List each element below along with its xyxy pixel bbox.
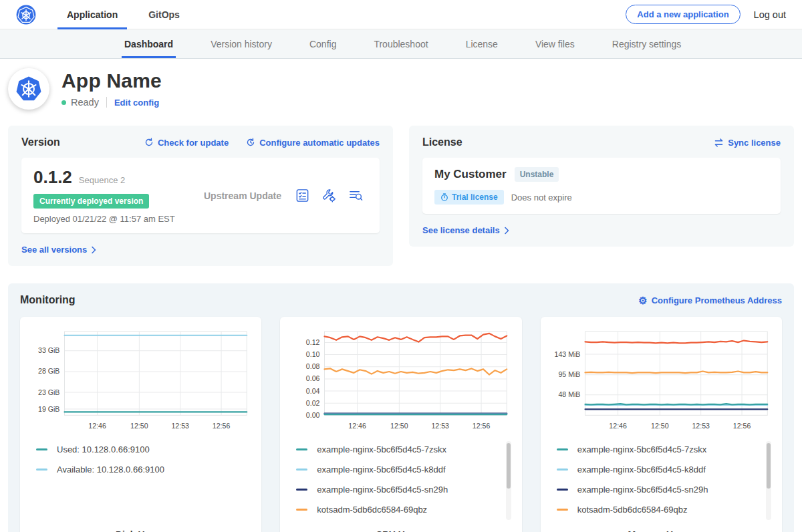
see-license-details-link[interactable]: See license details (422, 225, 510, 235)
configure-prometheus-link[interactable]: ⚙ Configure Prometheus Address (638, 295, 782, 305)
series-color-dash (557, 489, 568, 491)
series-color-dash (557, 509, 568, 511)
add-application-button[interactable]: Add a new application (626, 5, 740, 24)
legend-label: example-nginx-5bc6f5d4c5-k8ddf (317, 464, 445, 475)
customer-name: My Customer (434, 168, 507, 181)
tab-license[interactable]: License (466, 29, 498, 58)
sync-license-link[interactable]: Sync license (714, 138, 781, 148)
sync-icon (714, 138, 724, 147)
legend-scrollbar-thumb[interactable] (507, 443, 511, 489)
check-for-update-link[interactable]: Check for update (144, 138, 229, 148)
legend-label: kotsadm-5db6dc6584-69qbz (577, 505, 688, 515)
series-color-dash (296, 509, 307, 511)
svg-text:95 MiB: 95 MiB (558, 370, 580, 378)
chart-legend: example-nginx-5bc6f5d4c5-7zskxexample-ng… (289, 440, 512, 523)
chart-legend: Used: 10.128.0.66:9100Available: 10.128.… (29, 440, 252, 523)
chart-legend: example-nginx-5bc6f5d4c5-7zskxexample-ng… (550, 440, 773, 523)
license-type-badge: Trial license (434, 190, 504, 205)
nav-tab-application[interactable]: Application (57, 0, 127, 29)
tab-view-files[interactable]: View files (535, 29, 575, 58)
legend-label: Available: 10.128.0.66:9100 (57, 464, 164, 475)
svg-text:28 GiB: 28 GiB (38, 367, 59, 375)
svg-text:23 GiB: 23 GiB (38, 388, 59, 396)
legend-item: example-nginx-5bc6f5d4c5-7zskx (550, 440, 761, 460)
svg-text:0.06: 0.06 (306, 374, 320, 382)
svg-text:12:56: 12:56 (473, 422, 491, 430)
tab-registry-settings[interactable]: Registry settings (612, 29, 681, 58)
license-expiry: Does not expire (511, 192, 572, 203)
edit-config-icon[interactable] (321, 188, 337, 203)
legend-item: example-nginx-5bc6f5d4c5-k8ddf (550, 460, 761, 480)
svg-text:0.00: 0.00 (306, 411, 320, 419)
view-files-icon[interactable] (348, 188, 364, 203)
series-color-dash (296, 469, 307, 471)
legend-label: example-nginx-5bc6f5d4c5-sn29h (317, 485, 448, 495)
status-dot (61, 100, 66, 105)
legend-item: kotsadm-5db6dc6584-69qbz (550, 500, 761, 520)
legend-item: kotsadm-5db6dc6584-69qbz (289, 500, 500, 520)
chart-plot: 0.120.100.080.060.040.020.0012:4612:5012… (289, 325, 512, 433)
version-card: Version Check for update Configure au (8, 126, 393, 266)
license-card: License Sync license My Customer Unstabl… (409, 126, 794, 247)
svg-text:12:56: 12:56 (732, 422, 751, 430)
nav-tab-gitops[interactable]: GitOps (139, 0, 189, 29)
series-color-dash (296, 489, 307, 491)
chart-title: Disk Usage (29, 523, 252, 532)
see-all-versions-link[interactable]: See all versions (21, 245, 97, 255)
memory-usage-card: 143 MiB95 MiB48 MiB12:4612:5012:5312:56 … (541, 317, 782, 532)
series-color-dash (557, 448, 568, 450)
chart-plot: 143 MiB95 MiB48 MiB12:4612:5012:5312:56 (550, 325, 773, 433)
svg-text:12:50: 12:50 (390, 422, 408, 430)
legend-item: Used: 10.128.0.66:9100 (29, 440, 240, 460)
svg-text:19 GiB: 19 GiB (38, 405, 59, 413)
legend-scrollbar-thumb[interactable] (767, 443, 771, 489)
svg-text:12:50: 12:50 (651, 422, 669, 430)
chevron-right-icon (91, 246, 97, 254)
release-notes-icon[interactable] (295, 188, 310, 203)
svg-text:12:46: 12:46 (88, 422, 106, 430)
top-nav: Application GitOps Add a new application… (0, 0, 802, 29)
page-title: App Name (61, 70, 162, 92)
logout-link[interactable]: Log out (754, 9, 786, 20)
svg-text:0.04: 0.04 (306, 387, 320, 395)
app-icon (8, 68, 49, 110)
svg-text:12:53: 12:53 (432, 422, 450, 430)
license-details-box: My Customer Unstable Trial license Does … (422, 158, 781, 214)
divider (106, 97, 107, 108)
svg-text:33 GiB: 33 GiB (38, 346, 59, 354)
legend-item: example-nginx-5bc6f5d4c5-7zskx (289, 440, 500, 460)
tab-troubleshoot[interactable]: Troubleshoot (374, 29, 428, 58)
svg-text:143 MiB: 143 MiB (554, 350, 580, 358)
legend-scrollbar[interactable] (766, 441, 771, 520)
configure-auto-updates-link[interactable]: Configure automatic updates (246, 138, 380, 148)
chart-title: Memory Usage (550, 523, 773, 532)
channel-badge: Unstable (515, 167, 559, 182)
disk-usage-card: 33 GiB28 GiB23 GiB19 GiB12:4612:5012:531… (20, 317, 261, 532)
app-header: App Name Ready Edit config (0, 59, 802, 122)
refresh-icon (144, 138, 154, 147)
svg-text:12:53: 12:53 (692, 422, 710, 430)
tab-version-history[interactable]: Version history (211, 29, 272, 58)
sequence-label: Sequence 2 (79, 175, 125, 185)
svg-text:12:46: 12:46 (609, 422, 627, 430)
svg-text:12:53: 12:53 (171, 422, 189, 430)
series-color-dash (36, 448, 47, 450)
edit-config-link[interactable]: Edit config (114, 98, 159, 108)
stopwatch-icon (440, 193, 448, 201)
series-color-dash (557, 469, 568, 471)
legend-label: example-nginx-5bc6f5d4c5-sn29h (577, 485, 708, 495)
tab-config[interactable]: Config (309, 29, 336, 58)
version-number: 0.1.2 (33, 167, 72, 188)
license-card-title: License (422, 136, 462, 148)
tab-dashboard[interactable]: Dashboard (124, 29, 173, 58)
deployed-timestamp: Deployed 01/21/22 @ 11:57 am EST (33, 214, 204, 224)
legend-item: example-nginx-5bc6f5d4c5-sn29h (550, 480, 761, 500)
legend-scrollbar[interactable] (506, 441, 511, 520)
svg-text:12:46: 12:46 (349, 422, 367, 430)
cpu-usage-card: 0.120.100.080.060.040.020.0012:4612:5012… (280, 317, 521, 532)
legend-label: example-nginx-5bc6f5d4c5-k8ddf (577, 464, 706, 475)
chart-plot: 33 GiB28 GiB23 GiB19 GiB12:4612:5012:531… (29, 325, 252, 433)
schedule-update-icon (246, 138, 255, 147)
legend-label: example-nginx-5bc6f5d4c5-7zskx (317, 444, 446, 454)
legend-label: example-nginx-5bc6f5d4c5-7zskx (577, 444, 707, 454)
